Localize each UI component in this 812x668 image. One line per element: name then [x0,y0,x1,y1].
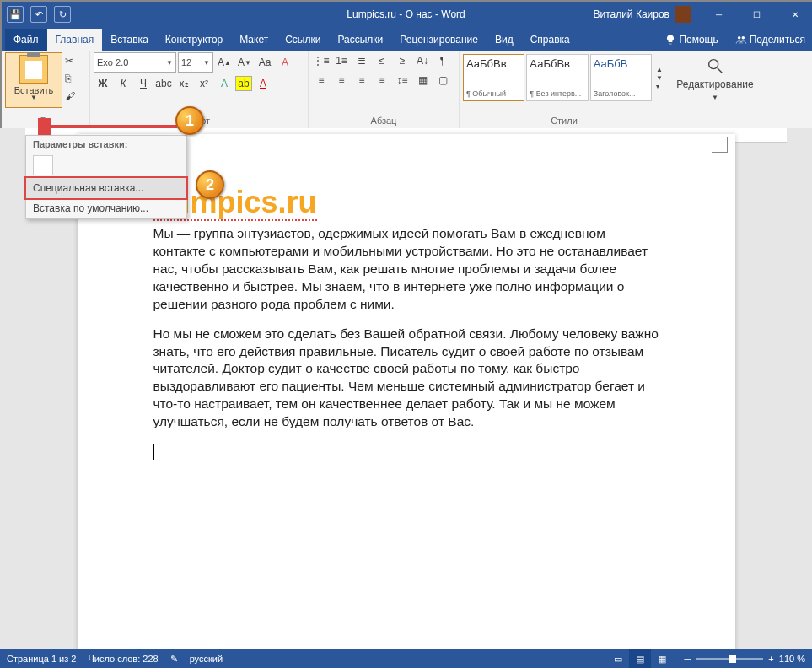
user-area[interactable]: Виталий Каиров [593,6,691,23]
grow-font-button[interactable]: A▲ [215,54,234,71]
heading-text: Lumpics.ru [153,185,659,220]
callout-1: 1 [175,106,204,135]
paragraph-group-label: Абзац [312,114,455,128]
font-name-combo[interactable]: Exo 2.0▼ [94,52,176,73]
tab-references[interactable]: Ссылки [277,29,329,51]
bullets-button[interactable]: ⋮≡ [312,52,331,69]
svg-point-1 [741,36,745,40]
minimize-button[interactable]: ─ [700,2,738,27]
paste-special-item[interactable]: Специальная вставка... [24,176,188,200]
text-cursor [153,443,659,461]
numbering-button[interactable]: 1≡ [332,52,351,69]
paste-icon [19,55,48,84]
page-indicator[interactable]: Страница 1 из 2 [7,654,76,664]
bold-button[interactable]: Ж [94,75,112,92]
format-painter-icon[interactable]: 🖌 [65,90,80,105]
svg-point-0 [738,36,741,40]
paragraph-2: Но мы не сможем это сделать без Вашей об… [153,326,659,432]
styles-up-button[interactable]: ▲ [656,66,663,73]
tab-design[interactable]: Конструктор [157,29,231,51]
tab-view[interactable]: Вид [487,29,522,51]
tab-home[interactable]: Главная [47,29,103,51]
zoom-slider[interactable] [696,658,763,660]
user-name: Виталий Каиров [593,8,669,20]
share-button[interactable]: Поделиться [727,29,812,51]
undo-icon[interactable]: ↶ [30,6,47,23]
title-bar: 💾 ↶ ↻ Lumpics.ru - О нас - Word Виталий … [2,2,812,27]
italic-button[interactable]: К [114,75,132,92]
clear-format-button[interactable]: A [276,54,294,71]
annotation-arrow-icon [38,118,181,135]
page-corner-icon [712,137,728,153]
status-bar: Страница 1 из 2 Число слов: 228 ✎ русски… [1,649,812,668]
tab-mailings[interactable]: Рассылки [329,29,391,51]
callout-2: 2 [196,170,224,199]
outdent-button[interactable]: ≤ [373,52,391,69]
highlight-button[interactable]: ab [235,76,252,91]
search-icon [705,57,725,75]
word-count[interactable]: Число слов: 228 [88,654,158,664]
align-left-button[interactable]: ≡ [312,72,331,89]
copy-icon[interactable]: ⎘ [65,73,80,88]
text-effects-button[interactable]: A [215,75,234,92]
read-mode-button[interactable]: ▭ [607,649,629,668]
paste-default-item[interactable]: Вставка по умолчанию... [26,198,186,218]
font-size-combo[interactable]: 12▼ [178,52,213,73]
indent-button[interactable]: ≥ [393,52,411,69]
cut-icon[interactable]: ✂ [65,55,80,70]
tab-file[interactable]: Файл [5,29,47,51]
superscript-button[interactable]: x² [195,75,213,92]
tell-me-button[interactable]: Помощь [656,29,726,51]
close-button[interactable]: ✕ [776,2,812,27]
zoom-in-button[interactable]: + [768,654,773,664]
sort-button[interactable]: A↓ [413,52,432,69]
font-color-button[interactable]: A [254,75,272,92]
paragraph-1: Мы — группа энтузиастов, одержимых идеей… [153,225,659,314]
paste-options-header: Параметры вставки: [26,136,186,153]
shrink-font-button[interactable]: A▼ [235,54,254,71]
print-layout-button[interactable]: ▤ [629,649,651,668]
web-layout-button[interactable]: ▦ [651,649,673,668]
shading-button[interactable]: ▦ [413,72,432,89]
avatar [675,6,691,23]
language-indicator[interactable]: русский [190,654,223,664]
borders-button[interactable]: ▢ [433,72,452,89]
svg-point-2 [709,60,718,69]
tab-layout[interactable]: Макет [231,29,277,51]
strike-button[interactable]: abc [154,75,173,92]
tab-review[interactable]: Рецензирование [391,29,487,51]
zoom-level[interactable]: 110 % [779,654,805,664]
editing-button[interactable]: Редактирование ▼ [673,52,757,101]
paste-option-keep-source[interactable] [26,153,186,178]
styles-more-button[interactable]: ▾ [656,83,663,90]
paste-dropdown-menu: Параметры вставки: Специальная вставка..… [25,135,187,219]
save-icon[interactable]: 💾 [7,6,24,23]
styles-down-button[interactable]: ▼ [656,74,663,82]
multilevel-button[interactable]: ≣ [352,52,371,69]
chevron-down-icon: ▼ [712,94,718,101]
paste-button[interactable]: Вставить ▼ [5,52,62,108]
align-center-button[interactable]: ≡ [332,72,351,89]
style-normal[interactable]: АаБбВв ¶ Обычный [463,54,524,101]
line-spacing-button[interactable]: ↕≡ [393,72,411,89]
tab-insert[interactable]: Вставка [102,29,157,51]
maximize-button[interactable]: ☐ [738,2,776,27]
clipboard-icon [33,155,53,175]
underline-button[interactable]: Ч [134,75,153,92]
show-marks-button[interactable]: ¶ [433,52,452,69]
svg-line-3 [718,68,723,73]
ribbon-tabs: Файл Главная Вставка Конструктор Макет С… [2,27,812,51]
align-right-button[interactable]: ≡ [352,72,371,89]
style-heading1[interactable]: АаБбВ Заголовок... [590,54,652,101]
zoom-out-button[interactable]: ─ [685,654,691,664]
style-no-spacing[interactable]: АаБбВв ¶ Без интерв... [526,54,588,101]
tab-help[interactable]: Справка [522,29,578,51]
chevron-down-icon: ▼ [30,94,37,101]
justify-button[interactable]: ≡ [373,72,391,89]
redo-icon[interactable]: ↻ [54,6,71,23]
subscript-button[interactable]: x₂ [175,75,193,92]
change-case-button[interactable]: Aa [255,54,274,71]
proofing-icon[interactable]: ✎ [170,654,178,665]
styles-group-label: Стили [463,114,665,128]
